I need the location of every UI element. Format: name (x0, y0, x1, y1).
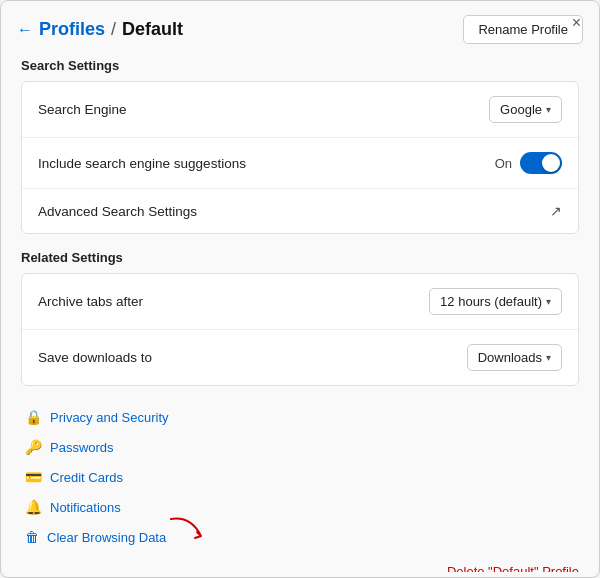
advanced-search-label: Advanced Search Settings (38, 204, 197, 219)
notifications-icon: 🔔 (25, 499, 42, 515)
breadcrumb-current: Default (122, 19, 183, 40)
search-engine-value: Google (500, 102, 542, 117)
breadcrumb: ← Profiles / Default (17, 19, 183, 40)
delete-profile-button[interactable]: Delete "Default" Profile (447, 564, 579, 572)
passwords-icon: 🔑 (25, 439, 42, 455)
archive-tabs-arrow: ▾ (546, 296, 551, 307)
credit-cards-link-text: Credit Cards (50, 470, 123, 485)
archive-tabs-row: Archive tabs after 12 hours (default) ▾ (22, 274, 578, 330)
passwords-link-text: Passwords (50, 440, 114, 455)
breadcrumb-separator: / (111, 19, 116, 40)
nav-link-credit-cards[interactable]: 💳 Credit Cards (21, 462, 579, 492)
suggestions-row: Include search engine suggestions On (22, 138, 578, 189)
archive-tabs-control: 12 hours (default) ▾ (429, 288, 562, 315)
toggle-on-label: On (495, 156, 512, 171)
bottom-row: Delete "Default" Profile (21, 560, 579, 572)
nav-link-privacy[interactable]: 🔒 Privacy and Security (21, 402, 579, 432)
search-engine-dropdown-arrow: ▾ (546, 104, 551, 115)
search-engine-dropdown[interactable]: Google ▾ (489, 96, 562, 123)
save-downloads-control: Downloads ▾ (467, 344, 562, 371)
arrow-indicator (161, 514, 211, 558)
toggle-thumb (542, 154, 560, 172)
related-settings-group: Archive tabs after 12 hours (default) ▾ … (21, 273, 579, 386)
clear-browsing-link-text: Clear Browsing Data (47, 530, 166, 545)
save-downloads-row: Save downloads to Downloads ▾ (22, 330, 578, 385)
search-engine-label: Search Engine (38, 102, 127, 117)
search-engine-row: Search Engine Google ▾ (22, 82, 578, 138)
credit-cards-icon: 💳 (25, 469, 42, 485)
save-downloads-arrow: ▾ (546, 352, 551, 363)
privacy-link-text: Privacy and Security (50, 410, 169, 425)
save-downloads-label: Save downloads to (38, 350, 152, 365)
title-bar: ← Profiles / Default Rename Profile (1, 1, 599, 54)
settings-window: × ← Profiles / Default Rename Profile Se… (0, 0, 600, 578)
search-settings-group: Search Engine Google ▾ Include search en… (21, 81, 579, 234)
advanced-search-row[interactable]: Advanced Search Settings ↗ (22, 189, 578, 233)
back-button[interactable]: ← (17, 21, 33, 39)
clear-browsing-icon: 🗑 (25, 529, 39, 545)
archive-tabs-value: 12 hours (default) (440, 294, 542, 309)
archive-tabs-dropdown[interactable]: 12 hours (default) ▾ (429, 288, 562, 315)
suggestions-label: Include search engine suggestions (38, 156, 246, 171)
profiles-link[interactable]: Profiles (39, 19, 105, 40)
close-button[interactable]: × (566, 13, 587, 33)
search-engine-control: Google ▾ (489, 96, 562, 123)
nav-link-passwords[interactable]: 🔑 Passwords (21, 432, 579, 462)
content-area: Search Settings Search Engine Google ▾ I… (1, 54, 599, 572)
notifications-link-text: Notifications (50, 500, 121, 515)
save-downloads-value: Downloads (478, 350, 542, 365)
suggestions-toggle[interactable] (520, 152, 562, 174)
search-settings-title: Search Settings (21, 58, 579, 73)
nav-link-notifications[interactable]: 🔔 Notifications (21, 492, 579, 522)
suggestions-toggle-container: On (495, 152, 562, 174)
archive-tabs-label: Archive tabs after (38, 294, 143, 309)
nav-link-clear-browsing[interactable]: 🗑 Clear Browsing Data (21, 522, 579, 552)
save-downloads-dropdown[interactable]: Downloads ▾ (467, 344, 562, 371)
nav-links-section: 🔒 Privacy and Security 🔑 Passwords 💳 Cre… (21, 402, 579, 552)
related-settings-title: Related Settings (21, 250, 579, 265)
external-link-icon: ↗ (550, 203, 562, 219)
privacy-icon: 🔒 (25, 409, 42, 425)
